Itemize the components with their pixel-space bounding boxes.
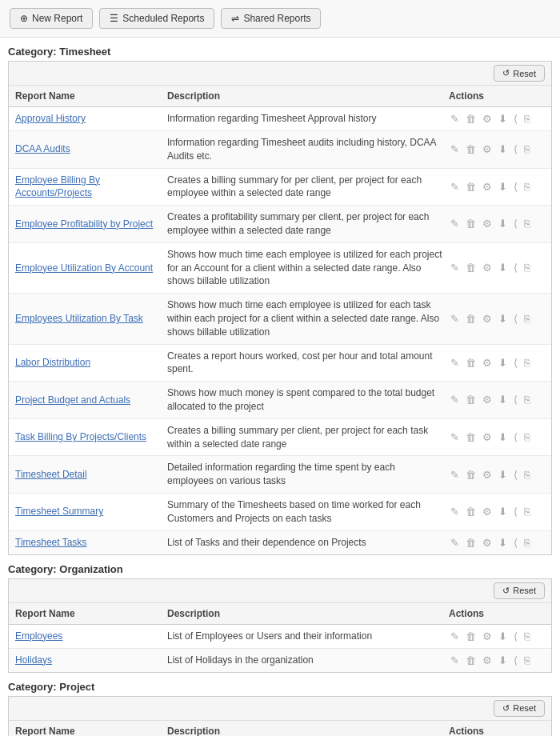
report-link-2[interactable]: Employee Billing By Accounts/Projects: [15, 174, 100, 199]
delete-icon[interactable]: 🗑: [464, 430, 478, 444]
share-icon[interactable]: ⟨: [512, 142, 519, 156]
edit-icon[interactable]: ✎: [449, 217, 461, 230]
download-icon[interactable]: ⬇: [497, 430, 509, 444]
share-icon[interactable]: ⟨: [512, 505, 519, 518]
reset-button-organization[interactable]: ↺Reset: [494, 582, 545, 599]
settings-icon[interactable]: ⚙: [481, 505, 494, 518]
report-link-9[interactable]: Timesheet Detail: [15, 469, 87, 480]
settings-icon[interactable]: ⚙: [481, 312, 494, 326]
delete-icon[interactable]: 🗑: [464, 393, 478, 406]
delete-icon[interactable]: 🗑: [464, 536, 478, 550]
download-icon[interactable]: ⬇: [497, 630, 509, 643]
settings-icon[interactable]: ⚙: [481, 261, 494, 274]
copy-icon[interactable]: ⎘: [522, 536, 532, 550]
copy-icon[interactable]: ⎘: [522, 393, 532, 406]
report-link-4[interactable]: Employee Utilization By Account: [15, 262, 153, 274]
download-icon[interactable]: ⬇: [497, 112, 509, 126]
settings-icon[interactable]: ⚙: [481, 536, 494, 550]
share-icon[interactable]: ⟨: [512, 468, 519, 482]
report-link-1[interactable]: DCAA Audits: [15, 143, 70, 154]
edit-icon[interactable]: ✎: [449, 468, 461, 482]
download-icon[interactable]: ⬇: [497, 393, 509, 406]
copy-icon[interactable]: ⎘: [522, 356, 532, 370]
delete-icon[interactable]: 🗑: [464, 112, 478, 126]
delete-icon[interactable]: 🗑: [464, 180, 478, 194]
share-icon[interactable]: ⟨: [512, 261, 519, 274]
report-link-1[interactable]: Holidays: [15, 654, 52, 666]
scheduled-reports-button[interactable]: ☰Scheduled Reports: [99, 8, 214, 29]
copy-icon[interactable]: ⎘: [522, 430, 532, 444]
delete-icon[interactable]: 🗑: [464, 505, 478, 518]
copy-icon[interactable]: ⎘: [522, 112, 532, 126]
share-icon[interactable]: ⟨: [512, 312, 519, 326]
share-icon[interactable]: ⟨: [512, 356, 519, 370]
delete-icon[interactable]: 🗑: [464, 142, 478, 156]
settings-icon[interactable]: ⚙: [481, 430, 494, 444]
share-icon[interactable]: ⟨: [512, 654, 519, 667]
copy-icon[interactable]: ⎘: [522, 468, 532, 482]
share-icon[interactable]: ⟨: [512, 217, 519, 230]
new-report-button[interactable]: ⊕New Report: [10, 8, 93, 29]
download-icon[interactable]: ⬇: [497, 180, 509, 194]
download-icon[interactable]: ⬇: [497, 312, 509, 326]
download-icon[interactable]: ⬇: [497, 654, 509, 667]
share-icon[interactable]: ⟨: [512, 536, 519, 550]
download-icon[interactable]: ⬇: [497, 217, 509, 230]
edit-icon[interactable]: ✎: [449, 112, 461, 126]
copy-icon[interactable]: ⎘: [522, 312, 532, 326]
edit-icon[interactable]: ✎: [449, 180, 461, 194]
download-icon[interactable]: ⬇: [497, 505, 509, 518]
report-link-0[interactable]: Approval History: [15, 113, 86, 124]
reset-button-project[interactable]: ↺Reset: [494, 700, 545, 717]
report-link-3[interactable]: Employee Profitability by Project: [15, 218, 153, 230]
download-icon[interactable]: ⬇: [497, 468, 509, 482]
shared-reports-button[interactable]: ⇌Shared Reports: [221, 8, 321, 29]
edit-icon[interactable]: ✎: [449, 142, 461, 156]
delete-icon[interactable]: 🗑: [464, 356, 478, 370]
edit-icon[interactable]: ✎: [449, 261, 461, 274]
copy-icon[interactable]: ⎘: [522, 217, 532, 230]
copy-icon[interactable]: ⎘: [522, 180, 532, 194]
settings-icon[interactable]: ⚙: [481, 217, 494, 230]
share-icon[interactable]: ⟨: [512, 393, 519, 406]
report-link-6[interactable]: Labor Distribution: [15, 357, 90, 368]
edit-icon[interactable]: ✎: [449, 356, 461, 370]
edit-icon[interactable]: ✎: [449, 393, 461, 406]
copy-icon[interactable]: ⎘: [522, 505, 532, 518]
settings-icon[interactable]: ⚙: [481, 393, 494, 406]
download-icon[interactable]: ⬇: [497, 261, 509, 274]
edit-icon[interactable]: ✎: [449, 312, 461, 326]
share-icon[interactable]: ⟨: [512, 180, 519, 194]
report-link-0[interactable]: Employees: [15, 630, 62, 642]
download-icon[interactable]: ⬇: [497, 536, 509, 550]
settings-icon[interactable]: ⚙: [481, 180, 494, 194]
settings-icon[interactable]: ⚙: [481, 468, 494, 482]
report-link-11[interactable]: Timesheet Tasks: [15, 537, 86, 548]
edit-icon[interactable]: ✎: [449, 536, 461, 550]
copy-icon[interactable]: ⎘: [522, 142, 532, 156]
settings-icon[interactable]: ⚙: [481, 112, 494, 126]
report-link-7[interactable]: Project Budget and Actuals: [15, 394, 130, 406]
report-link-5[interactable]: Employees Utilization By Task: [15, 313, 143, 324]
delete-icon[interactable]: 🗑: [464, 312, 478, 326]
download-icon[interactable]: ⬇: [497, 356, 509, 370]
settings-icon[interactable]: ⚙: [481, 356, 494, 370]
copy-icon[interactable]: ⎘: [522, 261, 532, 274]
report-link-10[interactable]: Timesheet Summary: [15, 506, 103, 517]
delete-icon[interactable]: 🗑: [464, 630, 478, 643]
share-icon[interactable]: ⟨: [512, 630, 519, 643]
share-icon[interactable]: ⟨: [512, 112, 519, 126]
delete-icon[interactable]: 🗑: [464, 468, 478, 482]
download-icon[interactable]: ⬇: [497, 142, 509, 156]
settings-icon[interactable]: ⚙: [481, 654, 494, 667]
copy-icon[interactable]: ⎘: [522, 630, 532, 643]
report-link-8[interactable]: Task Billing By Projects/Clients: [15, 431, 146, 442]
edit-icon[interactable]: ✎: [449, 630, 461, 643]
edit-icon[interactable]: ✎: [449, 505, 461, 518]
delete-icon[interactable]: 🗑: [464, 261, 478, 274]
delete-icon[interactable]: 🗑: [464, 654, 478, 667]
edit-icon[interactable]: ✎: [449, 654, 461, 667]
copy-icon[interactable]: ⎘: [522, 654, 532, 667]
settings-icon[interactable]: ⚙: [481, 630, 494, 643]
reset-button-timesheet[interactable]: ↺Reset: [494, 65, 545, 82]
